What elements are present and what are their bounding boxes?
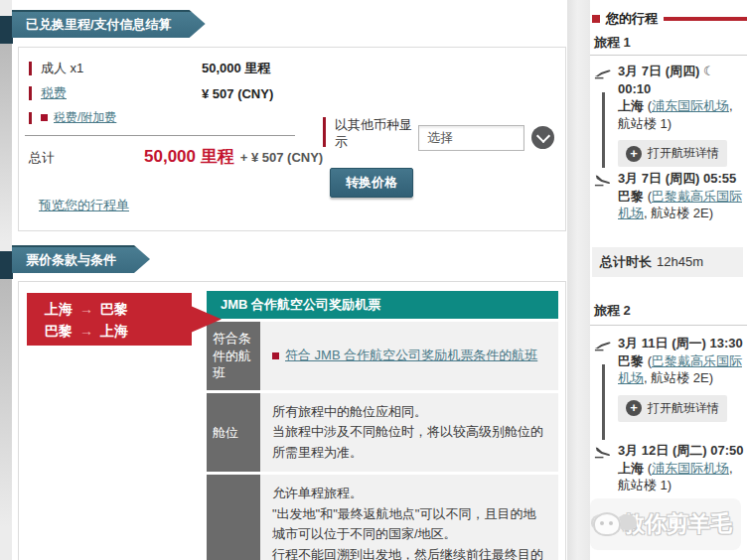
- fare-conditions-table: JMB 合作航空公司奖励机票 符合条件的航班 符合 JMB 合作航空公司奖励机票…: [207, 291, 558, 560]
- airport-link[interactable]: 浦东国际机场: [652, 461, 729, 476]
- red-bar-icon: [29, 112, 32, 124]
- page: 已兑换里程/支付信息结算 成人 x1 50,000 里程 税费 ¥ 507 (C…: [0, 0, 747, 560]
- payment-section-banner: 已兑换里程/支付信息结算: [12, 10, 206, 38]
- fare-table-header: JMB 合作航空公司奖励机票: [207, 291, 558, 319]
- itinerary-rule-line: 行程不能回溯到出发地，然后继续前往最终目的地。: [272, 545, 546, 560]
- banner-fold: [0, 251, 13, 279]
- open-flight-details-label: 打开航班详情: [648, 400, 719, 417]
- banner-fold: [0, 16, 13, 44]
- open-flight-details-label: 打开航班详情: [648, 145, 719, 162]
- chevron-down-icon: [535, 128, 549, 142]
- departure-city: 上海: [618, 98, 644, 113]
- passenger-label: 成人 x1: [41, 60, 202, 77]
- terminal-text: , 航站楼 2E): [644, 370, 713, 385]
- journey-2-heading: 旅程 2: [594, 302, 631, 320]
- passenger-row: 成人 x1 50,000 里程: [29, 60, 270, 77]
- arrival-city: 上海: [618, 461, 644, 476]
- table-row: 符合条件的航班 符合 JMB 合作航空公司奖励机票条件的航班: [207, 322, 558, 390]
- total-label: 总计: [29, 149, 144, 167]
- left-edge-shadow: [0, 279, 12, 527]
- surcharge-row: 税费/附加费: [29, 109, 116, 126]
- plane-landing-icon: [594, 172, 612, 192]
- row-label: 行程: [207, 475, 260, 560]
- timeline-bar: [602, 364, 605, 440]
- sidebar-title: 您的行程: [606, 10, 658, 28]
- total-duration-box: 总计时长12h45m: [592, 247, 743, 277]
- sidebar-header: 您的行程: [592, 10, 747, 28]
- red-bar-icon: [29, 86, 32, 100]
- total-extra: + ¥ 507 (CNY): [240, 150, 323, 165]
- fare-terms-panel: 上海→巴黎 巴黎→上海 JMB 合作航空公司奖励机票 符合条件的航班 符合 JM…: [18, 281, 566, 560]
- divider: [590, 325, 747, 326]
- currency-dropdown-button[interactable]: [531, 126, 554, 149]
- red-bar-icon: [29, 62, 32, 75]
- journey-2-arrival: 3月 12日 (周二) 07:50 上海 (浦东国际机场, 航站楼 1): [594, 442, 745, 494]
- plus-icon: +: [626, 146, 642, 162]
- passenger-miles-value: 50,000 里程: [202, 60, 270, 77]
- open-flight-details-button[interactable]: + 打开航班详情: [618, 140, 727, 167]
- fare-terms-banner: 票价条款与条件: [12, 245, 150, 273]
- flight-date: 3月 7日 (周四) 05:55: [618, 171, 736, 186]
- flight-time: 00:10: [618, 81, 651, 96]
- route-to: 上海: [100, 323, 128, 339]
- flight-date: 3月 11日 (周一) 13:30: [618, 336, 743, 350]
- itinerary-summary-box: 上海→巴黎 巴黎→上海: [27, 293, 222, 346]
- moon-icon: ☾: [703, 64, 715, 78]
- timeline-bar: [602, 92, 605, 168]
- flight-date: 3月 7日 (周四): [618, 64, 699, 78]
- duration-value: 12h45m: [657, 254, 703, 269]
- arrival-city: 巴黎: [618, 189, 644, 204]
- surcharge-link[interactable]: 税费/附加费: [54, 109, 116, 126]
- watermark: 教你剪羊毛: [590, 498, 741, 550]
- total-miles: 50,000 里程: [144, 145, 234, 168]
- tax-row: 税费 ¥ 507 (CNY): [29, 84, 273, 102]
- convert-price-button[interactable]: 转换价格: [330, 168, 413, 198]
- route-from: 巴黎: [45, 323, 73, 339]
- plane-takeoff-icon: [594, 65, 612, 84]
- red-square-icon: [592, 15, 600, 23]
- plus-icon: +: [626, 400, 642, 416]
- journey-1-heading: 旅程 1: [594, 34, 631, 52]
- currency-select[interactable]: 选择: [418, 125, 524, 151]
- table-row: 舱位 所有旅程中的舱位应相同。 当旅程中涉及不同舱位时，将以较高级别舱位的所需里…: [207, 393, 558, 473]
- red-square-icon: [41, 114, 48, 121]
- watermark-text: 教你剪羊毛: [623, 509, 732, 539]
- itinerary-rule-line: 允许单程旅程。: [272, 484, 546, 504]
- content-sidebar-gap: [567, 0, 590, 560]
- journey-2-departure: 3月 11日 (周一) 13:30 巴黎 (巴黎戴高乐国际机场, 航站楼 2E)…: [594, 335, 745, 422]
- terminal-text: , 航站楼 2E): [644, 206, 713, 220]
- flight-date: 3月 12日 (周二) 07:50: [618, 443, 743, 458]
- row-label: 舱位: [207, 393, 260, 473]
- departure-city: 巴黎: [618, 353, 644, 368]
- airport-link[interactable]: 浦东国际机场: [652, 98, 729, 113]
- route-outbound: 上海→巴黎: [45, 298, 222, 320]
- duration-label: 总计时长: [600, 254, 652, 269]
- currency-label: 以其他币种显示: [335, 117, 414, 151]
- open-flight-details-button[interactable]: + 打开航班详情: [618, 395, 727, 422]
- table-row: 行程 允许单程旅程。 "出发地"和"最终返航地点"可以不同，且目的地城市可以位于…: [207, 475, 558, 560]
- payment-summary-panel: 成人 x1 50,000 里程 税费 ¥ 507 (CNY) 税费/附加费 总计…: [18, 47, 566, 231]
- plane-takeoff-icon: [594, 337, 612, 356]
- plane-landing-icon: [594, 444, 612, 464]
- tax-link[interactable]: 税费: [41, 85, 67, 100]
- eligible-flights-link[interactable]: 符合 JMB 合作航空公司奖励机票条件的航班: [285, 346, 537, 366]
- row-label: 符合条件的航班: [207, 322, 260, 390]
- itinerary-sidebar: 您的行程 旅程 1 3月 7日 (周四) ☾ 00:10 上海 (浦东国际机场,…: [590, 0, 747, 560]
- route-to: 巴黎: [100, 301, 128, 317]
- route-return: 巴黎→上海: [45, 320, 222, 342]
- left-edge-shadow: [0, 44, 12, 242]
- red-bar-icon: [323, 117, 326, 147]
- red-square-icon: [272, 352, 279, 359]
- journey-1-departure: 3月 7日 (周四) ☾ 00:10 上海 (浦东国际机场, 航站楼 1) + …: [594, 63, 745, 167]
- cabin-rule-line: 所有旅程中的舱位应相同。: [272, 402, 546, 423]
- red-rule-line: [664, 17, 747, 21]
- cabin-rule-line: 当旅程中涉及不同舱位时，将以较高级别舱位的所需里程为准。: [272, 422, 546, 463]
- preview-itinerary-link[interactable]: 预览您的行程单: [39, 197, 129, 214]
- arrow-right-icon: →: [73, 301, 100, 317]
- sheep-logo-icon: [593, 512, 621, 536]
- tax-value: ¥ 507 (CNY): [202, 86, 273, 101]
- divider: [25, 135, 295, 136]
- journey-1-arrival: 3月 7日 (周四) 05:55 巴黎 (巴黎戴高乐国际机场, 航站楼 2E): [594, 170, 745, 222]
- currency-label-row: 以其他币种显示: [323, 117, 414, 151]
- total-row: 总计 50,000 里程 + ¥ 507 (CNY): [29, 145, 323, 168]
